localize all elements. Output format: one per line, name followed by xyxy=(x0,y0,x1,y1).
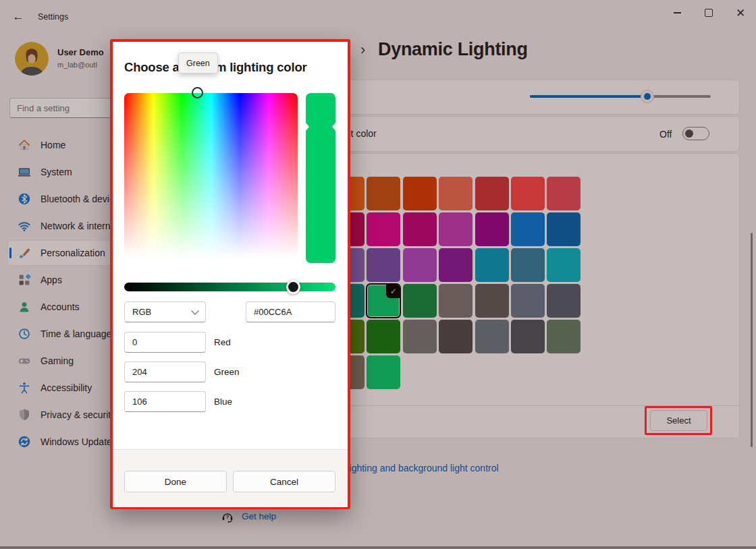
select-highlight-annotation xyxy=(645,406,712,435)
color-model-dropdown[interactable]: RGB xyxy=(124,301,206,322)
red-input[interactable] xyxy=(124,332,206,353)
color-gradient-field[interactable] xyxy=(124,93,298,263)
blue-label: Blue xyxy=(214,391,232,412)
color-model-value: RGB xyxy=(132,307,151,317)
cancel-button[interactable]: Cancel xyxy=(233,471,335,492)
dialog-footer: Done Cancel xyxy=(113,449,348,507)
settings-window: ← Settings ✕ User Demo m_lab@outl HomeSy… xyxy=(0,0,756,549)
value-slider-handle[interactable] xyxy=(286,280,300,294)
dialog-highlight-annotation: Choose a custom lighting color Green RGB… xyxy=(110,39,350,509)
green-input[interactable] xyxy=(124,362,206,382)
value-slider-track[interactable] xyxy=(124,283,335,291)
gradient-picker-handle[interactable] xyxy=(192,87,203,98)
blue-input[interactable] xyxy=(124,391,206,412)
preview-bar-notch-left xyxy=(306,123,309,131)
color-name-tooltip: Green xyxy=(178,53,218,74)
color-picker-dialog: Choose a custom lighting color Green RGB… xyxy=(113,42,348,507)
done-button[interactable]: Done xyxy=(124,471,227,492)
hex-input[interactable] xyxy=(246,301,335,322)
chevron-down-icon xyxy=(191,307,198,314)
color-preview-bar[interactable] xyxy=(306,93,335,263)
green-label: Green xyxy=(214,362,240,382)
red-label: Red xyxy=(214,332,231,353)
preview-bar-notch-right xyxy=(332,123,335,131)
